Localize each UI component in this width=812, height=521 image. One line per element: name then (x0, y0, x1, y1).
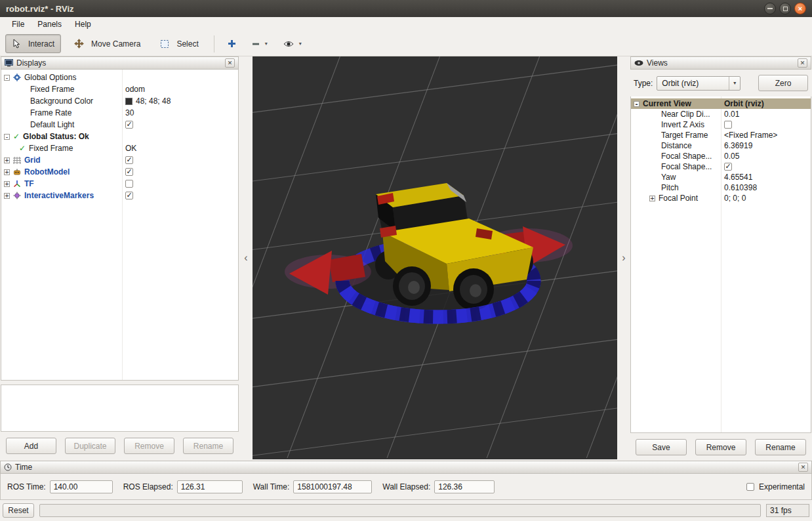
color-swatch[interactable] (125, 98, 132, 105)
row-pitch[interactable]: Pitch 0.610398 (631, 182, 811, 193)
row-focal-shape-size[interactable]: Focal Shape... 0.05 (631, 151, 811, 161)
select-tool-button[interactable]: Select (153, 35, 205, 53)
rename-view-button[interactable]: Rename (755, 439, 806, 455)
row-label: Focal Shape... (661, 152, 712, 161)
zero-button[interactable]: Zero (758, 75, 808, 91)
remove-display-button: Remove (124, 438, 174, 454)
row-label: Invert Z Axis (661, 120, 704, 129)
ros-elapsed-field[interactable] (177, 480, 243, 493)
maximize-button[interactable] (779, 3, 791, 14)
row-global-status[interactable]: -✓Global Status: Ok (1, 131, 238, 142)
row-default-light[interactable]: Default Light (1, 119, 238, 131)
reset-button[interactable]: Reset (3, 503, 34, 518)
time-panel-body: ROS Time: ROS Elapsed: Wall Time: Wall E… (0, 474, 812, 500)
collapse-expander-icon[interactable]: + (4, 193, 10, 199)
collapse-expander-icon[interactable]: - (634, 101, 639, 107)
maximize-icon (783, 7, 788, 11)
interact-tool-button[interactable]: Interact (5, 34, 61, 53)
views-close-button[interactable]: ✕ (798, 58, 807, 68)
experimental-checkbox[interactable] (746, 483, 754, 491)
save-view-button[interactable]: Save (636, 439, 687, 455)
row-value[interactable]: 0; 0; 0 (724, 194, 746, 203)
grid-icon (13, 156, 21, 164)
left-pane-splitter[interactable]: ‹ (239, 56, 253, 459)
add-display-button[interactable]: Add (6, 438, 56, 454)
move-camera-icon (74, 39, 84, 49)
ros-time-field[interactable] (50, 480, 113, 493)
interaction-mode-button[interactable]: ▾ (279, 35, 306, 52)
collapse-expander-icon[interactable]: + (4, 169, 10, 175)
row-tf-display[interactable]: +TF (1, 178, 238, 190)
view-type-dropdown[interactable]: Orbit (rviz) ▾ (657, 76, 741, 91)
toolbar: Interact Move Camera Select ▾ ▾ (0, 31, 812, 56)
row-label: Focal Point (659, 194, 698, 203)
row-value[interactable]: 0.05 (724, 152, 739, 161)
collapse-expander-icon[interactable]: - (4, 75, 10, 81)
row-background-color[interactable]: Background Color 48; 48; 48 (1, 95, 238, 107)
right-pane-splitter[interactable]: › (617, 56, 630, 459)
row-frame-rate[interactable]: Frame Rate 30 (1, 107, 238, 119)
time-close-button[interactable]: ✕ (798, 463, 808, 472)
select-box-icon (160, 39, 169, 49)
row-robotmodel-display[interactable]: +RobotModel (1, 166, 238, 178)
row-value[interactable]: 6.36919 (724, 141, 752, 150)
row-near-clip-distance[interactable]: Near Clip Di... 0.01 (631, 109, 811, 119)
row-invert-z-axis[interactable]: Invert Z Axis (631, 119, 811, 130)
property-description-area (1, 385, 239, 432)
row-focal-point[interactable]: +Focal Point 0; 0; 0 (631, 193, 811, 203)
row-target-frame[interactable]: Target Frame <Fixed Frame> (631, 130, 811, 140)
collapse-expander-icon[interactable]: + (4, 157, 10, 163)
chevron-down-icon: ▾ (729, 77, 740, 90)
collapse-expander-icon[interactable]: + (649, 196, 655, 201)
collapse-expander-icon[interactable]: + (4, 181, 10, 187)
focal-shape-checkbox[interactable] (724, 163, 732, 171)
displays-close-button[interactable]: ✕ (225, 58, 235, 68)
row-fixed-frame-status[interactable]: ✓Fixed Frame OK (1, 142, 238, 154)
menu-help[interactable]: Help (68, 18, 98, 30)
row-fixed-frame[interactable]: Fixed Frame odom (1, 83, 238, 95)
type-label: Type: (634, 79, 653, 88)
row-value[interactable]: odom (125, 85, 145, 94)
row-grid-display[interactable]: +Grid (1, 154, 238, 166)
ros-time-label: ROS Time: (7, 482, 46, 491)
move-camera-tool-button[interactable]: Move Camera (68, 34, 147, 53)
row-focal-shape-fixed-size[interactable]: Focal Shape... (631, 161, 811, 172)
row-value: Orbit (rviz) (724, 99, 764, 108)
row-yaw[interactable]: Yaw 4.65541 (631, 172, 811, 182)
invert-z-axis-checkbox[interactable] (724, 121, 732, 129)
row-interactivemarkers-display[interactable]: +InteractiveMarkers (1, 190, 238, 201)
remove-tool-button[interactable]: ▾ (247, 35, 272, 52)
grid-enabled-checkbox[interactable] (125, 156, 133, 164)
add-tool-button[interactable] (223, 35, 241, 52)
row-value[interactable]: 4.65541 (724, 173, 752, 182)
experimental-group: Experimental (746, 482, 805, 491)
window-controls: × (764, 3, 806, 14)
row-distance[interactable]: Distance 6.36919 (631, 140, 811, 151)
interactive-marker-icon (13, 192, 21, 199)
time-panel: Time ✕ ROS Time: ROS Elapsed: Wall Time:… (0, 461, 812, 500)
close-button[interactable]: × (794, 3, 806, 14)
tf-enabled-checkbox[interactable] (125, 180, 133, 188)
interactivemarkers-enabled-checkbox[interactable] (125, 192, 133, 199)
row-global-options[interactable]: -Global Options (1, 72, 238, 83)
wall-time-field[interactable] (293, 480, 372, 493)
menu-file[interactable]: File (5, 18, 31, 30)
selected-view-type: Orbit (rviz) (662, 79, 699, 88)
wall-time-group: Wall Time: (253, 480, 373, 493)
row-value[interactable]: 48; 48; 48 (136, 96, 171, 106)
row-value[interactable]: 0.01 (724, 110, 739, 119)
menu-panels[interactable]: Panels (31, 18, 68, 30)
3d-scene[interactable] (253, 56, 617, 458)
row-current-view[interactable]: -Current View Orbit (rviz) (631, 98, 811, 109)
collapse-expander-icon[interactable]: - (4, 134, 10, 140)
3d-viewport[interactable] (253, 56, 617, 459)
minimize-button[interactable] (764, 3, 776, 14)
row-label: Distance (661, 141, 692, 150)
remove-view-button[interactable]: Remove (695, 439, 746, 455)
robotmodel-enabled-checkbox[interactable] (125, 168, 133, 176)
wall-elapsed-field[interactable] (434, 480, 495, 493)
row-value[interactable]: <Fixed Frame> (724, 131, 777, 140)
row-value[interactable]: 0.610398 (724, 183, 757, 192)
row-value[interactable]: 30 (125, 108, 134, 117)
default-light-checkbox[interactable] (125, 121, 133, 129)
